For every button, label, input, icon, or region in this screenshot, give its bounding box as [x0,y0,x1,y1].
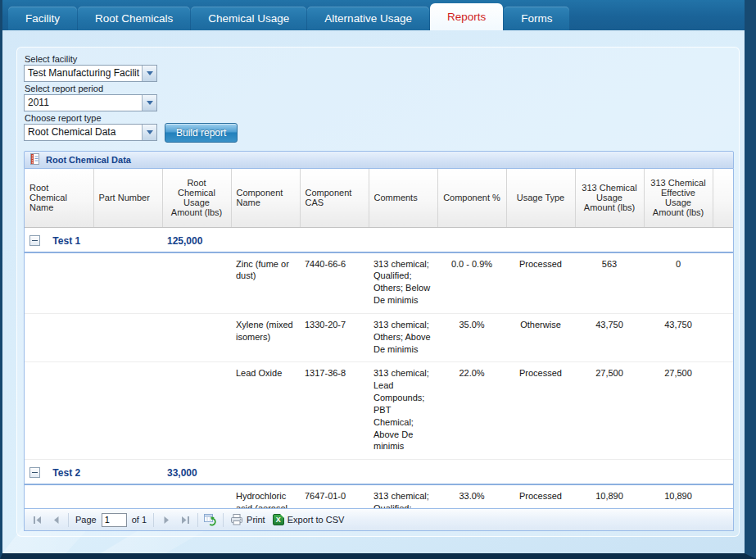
cell-part-number [93,362,162,460]
refresh-button[interactable] [202,511,219,528]
grid-table: Root Chemical Name Part Number Root Chem… [25,169,733,508]
facility-select-value: Test Manufacturing Facilit [25,66,142,81]
cell-component-pct: 33.0% [437,484,506,508]
pager-separator [223,513,224,527]
export-csv-button[interactable]: X Export to CSV [270,514,347,525]
cell-filler [713,252,733,314]
tab-root-chemicals[interactable]: Root Chemicals [78,7,190,30]
column-header[interactable]: Component Name [231,169,300,227]
column-header[interactable]: Component % [437,169,506,227]
chevron-down-icon[interactable] [142,95,156,111]
group-name-cell: Test 2 [25,460,162,485]
last-page-button[interactable] [177,511,193,528]
report-period-select-value: 2011 [25,95,142,111]
table-row[interactable]: Lead Oxide 1317-36-8 313 chemical; Lead … [25,362,733,460]
report-type-select-value: Root Chemical Data [25,125,142,140]
column-header[interactable]: Part Number [93,169,162,227]
chevron-down-icon[interactable] [142,66,156,81]
cell-root-chemical-name [25,362,93,460]
page-number-input[interactable] [102,513,127,527]
main-tabbar: Facility Root Chemicals Chemical Usage A… [2,0,745,30]
cell-root-usage-amount [162,484,231,508]
cell-component-name: Lead Oxide [231,362,300,460]
table-row[interactable]: Zinc (fume or dust) 7440-66-6 313 chemic… [25,252,733,314]
pager-separator [68,513,69,527]
tab-label: Chemical Usage [208,12,289,25]
tab-label: Reports [447,11,486,23]
group-usage-amount: 33,000 [162,460,231,485]
group-row[interactable]: Test 2 33,000 [25,460,733,485]
tab-label: Alternative Usage [324,12,412,25]
report-builder-panel: Select facility Test Manufacturing Facil… [16,47,740,537]
tab-forms[interactable]: Forms [504,7,569,30]
cell-part-number [93,313,162,362]
page-label: Page [75,515,97,525]
report-period-select[interactable]: 2011 [24,94,157,111]
cell-comments: 313 chemical; Qualified; Others; Above D… [369,484,437,508]
cell-comments: 313 chemical; Lead Compounds; PBT Chemic… [369,362,437,460]
page-of-label: of 1 [132,515,147,525]
column-header[interactable]: 313 Chemical Effective Usage Amount (lbs… [644,169,713,227]
cell-effective-amount: 0 [644,252,713,314]
report-period-label: Select report period [25,84,732,93]
cell-usage-amount: 563 [575,252,644,314]
cell-comments: 313 chemical; Others; Above De minimis [369,313,437,362]
collapse-icon[interactable] [29,235,40,246]
cell-component-cas: 1330-20-7 [300,313,369,362]
cell-root-chemical-name [25,313,93,362]
facility-select[interactable]: Test Manufacturing Facilit [24,65,157,82]
cell-usage-type: Otherwise [506,313,575,362]
first-page-button[interactable] [29,511,45,528]
root-chemical-data-grid: Root Chemical Data [24,151,734,531]
grid-title: Root Chemical Data [46,155,131,165]
cell-component-name: Zinc (fume or dust) [231,252,300,314]
cell-filler [713,362,733,460]
previous-page-button[interactable] [48,511,64,528]
export-csv-label: Export to CSV [287,515,345,525]
column-header[interactable]: Component CAS [300,169,369,227]
report-type-label: Choose report type [25,113,732,123]
cell-component-name: Hydrochloric acid (aerosol forms only) [231,484,300,508]
chevron-down-icon[interactable] [142,125,156,140]
grid-pager: Page of 1 [25,508,733,530]
cell-component-pct: 22.0% [437,362,506,460]
report-icon [29,152,41,167]
column-header[interactable]: Usage Type [506,169,575,227]
column-header[interactable]: Root Chemical Name [25,169,93,227]
next-page-button[interactable] [158,511,174,528]
first-page-icon [33,516,42,525]
group-row-spacer [231,460,733,485]
facility-label: Select facility [25,54,732,64]
column-header[interactable]: Root Chemical Usage Amount (lbs) [162,169,231,227]
group-row[interactable]: Test 1 125,000 [25,227,733,252]
tab-chemical-usage[interactable]: Chemical Usage [191,7,306,30]
collapse-icon[interactable] [29,467,40,478]
cell-usage-type: Processed [506,252,575,314]
group-name: Test 1 [52,235,80,247]
refresh-icon [204,513,217,526]
cell-usage-amount: 43,750 [575,313,644,362]
tab-facility[interactable]: Facility [8,7,77,30]
build-report-button[interactable]: Build report [165,123,238,143]
print-button[interactable]: Print [228,513,268,526]
table-row[interactable]: Hydrochloric acid (aerosol forms only) 7… [25,484,733,508]
cell-root-chemical-name [25,252,93,314]
pager-separator [153,513,154,527]
group-name: Test 2 [52,467,80,479]
tab-label: Root Chemicals [95,12,173,25]
column-header[interactable]: Comments [369,169,437,227]
excel-icon: X [273,514,284,525]
cell-effective-amount: 10,890 [644,484,713,508]
cell-usage-amount: 10,890 [575,484,644,508]
cell-component-cas: 1317-36-8 [300,362,369,460]
table-row[interactable]: Xylene (mixed isomers) 1330-20-7 313 che… [25,313,733,362]
cell-filler [713,313,733,362]
report-type-select[interactable]: Root Chemical Data [24,124,157,141]
column-header[interactable]: 313 Chemical Usage Amount (lbs) [575,169,644,227]
column-header-filler [713,169,733,227]
cell-filler [713,484,733,508]
tab-reports[interactable]: Reports [430,3,503,30]
application-window: Facility Root Chemicals Chemical Usage A… [0,0,756,559]
tab-alternative-usage[interactable]: Alternative Usage [307,7,429,30]
cell-component-cas: 7647-01-0 [300,484,369,508]
